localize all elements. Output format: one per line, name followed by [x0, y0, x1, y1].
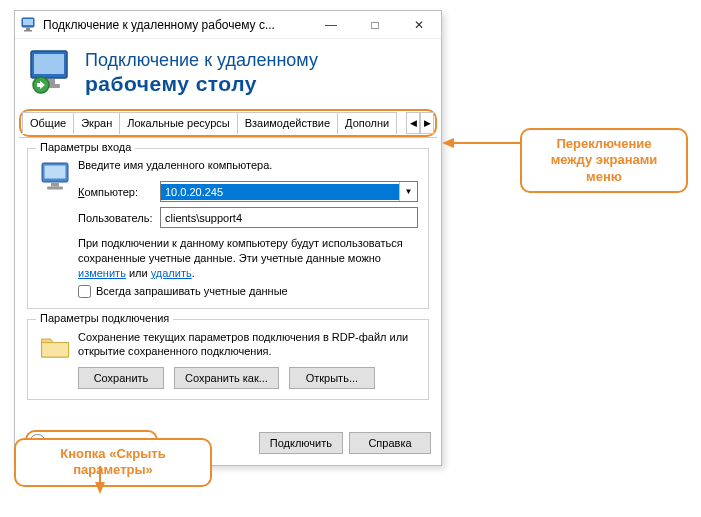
- computer-icon: [38, 159, 78, 201]
- tab-advanced[interactable]: Дополни: [337, 112, 397, 134]
- tab-body: Параметры входа Введите имя удаленного к…: [19, 137, 437, 418]
- edit-creds-link[interactable]: изменить: [78, 267, 126, 279]
- login-group-title: Параметры входа: [36, 141, 135, 153]
- svg-rect-11: [51, 183, 59, 187]
- user-input[interactable]: [160, 207, 418, 228]
- svg-marker-16: [95, 482, 105, 494]
- tab-experience[interactable]: Взаимодействие: [237, 112, 338, 134]
- tab-scroll-right-button[interactable]: ▶: [420, 112, 434, 134]
- banner: Подключение к удаленному рабочему столу: [15, 39, 441, 109]
- tab-display[interactable]: Экран: [73, 112, 120, 134]
- banner-title-line1: Подключение к удаленному: [85, 50, 318, 72]
- arrow-tabs: [442, 133, 522, 155]
- svg-marker-14: [442, 138, 454, 148]
- svg-rect-3: [24, 30, 32, 32]
- callout-collapse: Кнопка «Скрыть параметры»: [14, 438, 212, 487]
- window-title: Подключение к удаленному рабочему с...: [43, 18, 309, 32]
- connect-button[interactable]: Подключить: [259, 432, 343, 454]
- connection-desc: Сохранение текущих параметров подключени…: [78, 330, 418, 360]
- svg-rect-1: [23, 19, 33, 25]
- always-ask-row[interactable]: Всегда запрашивать учетные данные: [78, 285, 418, 298]
- save-as-button[interactable]: Сохранить как...: [174, 367, 279, 389]
- tab-general[interactable]: Общие: [22, 112, 74, 134]
- svg-rect-2: [26, 28, 30, 30]
- tabbar: Общие Экран Локальные ресурсы Взаимодейс…: [22, 112, 434, 134]
- connection-groupbox: Параметры подключения Сохранение текущих…: [27, 319, 429, 401]
- login-groupbox: Параметры входа Введите имя удаленного к…: [27, 148, 429, 309]
- svg-rect-12: [47, 187, 63, 190]
- computer-dropdown-button[interactable]: ▼: [399, 182, 417, 201]
- arrow-collapse: [90, 466, 110, 496]
- computer-combo[interactable]: ▼: [160, 181, 418, 202]
- tab-local-resources[interactable]: Локальные ресурсы: [119, 112, 237, 134]
- computer-input[interactable]: [161, 184, 399, 200]
- open-button[interactable]: Открыть...: [289, 367, 375, 389]
- login-intro: Введите имя удаленного компьютера.: [78, 159, 418, 171]
- callout-tabs: Переключение между экранами меню: [520, 128, 688, 193]
- computer-label: Компьютер:: [78, 186, 160, 198]
- rdp-window: Подключение к удаленному рабочему с... —…: [14, 10, 442, 466]
- svg-rect-5: [34, 54, 64, 74]
- user-label: Пользователь:: [78, 212, 160, 224]
- minimize-button[interactable]: —: [309, 11, 353, 39]
- banner-title-line2: рабочему столу: [85, 71, 318, 96]
- folder-icon: [38, 330, 78, 368]
- rdp-logo-icon: [29, 49, 77, 97]
- tab-scroll-left-button[interactable]: ◀: [406, 112, 420, 134]
- svg-rect-10: [45, 166, 66, 179]
- connection-group-title: Параметры подключения: [36, 312, 173, 324]
- close-button[interactable]: ✕: [397, 11, 441, 39]
- saved-creds-text: При подключении к данному компьютеру буд…: [78, 236, 418, 281]
- app-icon: [21, 17, 37, 33]
- maximize-button[interactable]: □: [353, 11, 397, 39]
- save-button[interactable]: Сохранить: [78, 367, 164, 389]
- always-ask-checkbox[interactable]: [78, 285, 91, 298]
- tabbar-highlight: Общие Экран Локальные ресурсы Взаимодейс…: [19, 109, 437, 137]
- delete-creds-link[interactable]: удалить: [151, 267, 192, 279]
- titlebar: Подключение к удаленному рабочему с... —…: [15, 11, 441, 39]
- help-button[interactable]: Справка: [349, 432, 431, 454]
